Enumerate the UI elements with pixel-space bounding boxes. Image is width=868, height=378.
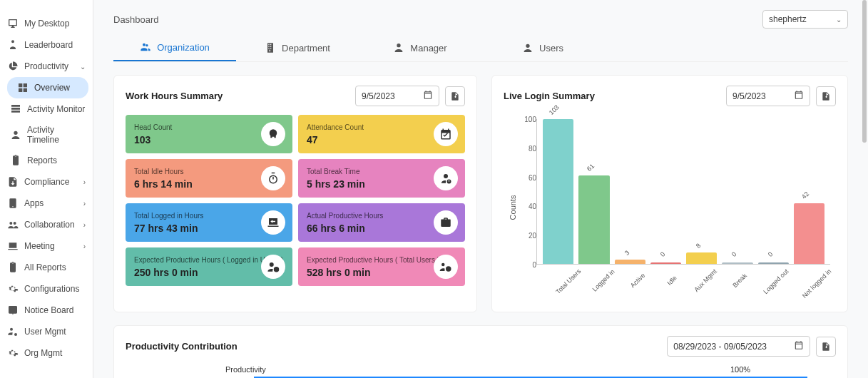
live-login-date-input[interactable]: 9/5/2023 <box>726 86 810 106</box>
tab-organization[interactable]: Organization <box>113 34 236 61</box>
user-clock-icon <box>261 255 285 279</box>
chart-ytick: 60 <box>529 173 536 181</box>
productivity-row-pct: 100% <box>730 365 750 374</box>
tab-label: Manager <box>410 43 446 53</box>
chart-bar-value: 42 <box>800 190 810 200</box>
page-title: Dashboard <box>113 14 159 25</box>
work-hours-panel: Work Hours Summary 9/5/2023 Head <box>113 75 477 312</box>
sidebar-item-reports[interactable]: Reports <box>0 150 93 171</box>
stat-card-total-break-time: Total Break Time5 hrs 23 min <box>298 159 465 198</box>
building-icon <box>265 42 276 53</box>
sidebar-item-apps[interactable]: Apps› <box>0 193 93 214</box>
person-icon <box>10 129 21 141</box>
chart-y-label: Counts <box>509 195 517 220</box>
work-hours-title: Work Hours Summary <box>126 91 223 101</box>
chart-bar-value: 61 <box>586 163 596 173</box>
chart-ytick: 40 <box>529 203 536 210</box>
sidebar-item-label: Configurations <box>24 284 79 294</box>
tab-users[interactable]: Users <box>481 34 604 61</box>
stat-card-expected-productive-hours-logged-in-users-: Expected Productive Hours ( Logged in Us… <box>126 247 292 286</box>
productivity-date-range-input[interactable]: 08/29/2023 - 09/05/2023 <box>667 336 810 357</box>
live-login-panel: Live Login Summary 9/5/2023 <box>491 75 848 312</box>
main-content: Dashboard shephertz ⌄ OrganizationDepart… <box>93 0 868 378</box>
users-clock-icon <box>434 255 458 279</box>
chevron-icon: › <box>83 242 86 250</box>
head-icon <box>261 122 285 146</box>
tab-department[interactable]: Department <box>236 34 359 61</box>
work-hours-date-input[interactable]: 9/5/2023 <box>355 86 439 106</box>
sidebar-item-collaboration[interactable]: Collaboration› <box>0 214 93 235</box>
sidebar-item-org-mgmt[interactable]: Org Mgmt <box>0 342 93 364</box>
org-selector[interactable]: shephertz ⌄ <box>762 10 848 29</box>
sidebar-item-label: My Desktop <box>24 19 69 29</box>
sidebar-item-my-desktop[interactable]: My Desktop <box>0 13 93 34</box>
chart-bar-value: 0 <box>730 250 738 258</box>
calendar-icon <box>794 340 804 352</box>
chart-bar-value: 0 <box>767 250 775 258</box>
sidebar-item-label: User Mgmt <box>24 327 66 337</box>
chart-ytick: 100 <box>524 116 536 123</box>
sidebar-item-overview[interactable]: Overview <box>7 77 88 98</box>
productivity-contribution-panel: Productivity Contribution 08/29/2023 - 0… <box>113 325 848 378</box>
sidebar-item-label: Org Mgmt <box>24 348 62 358</box>
sidebar-item-label: Productivity <box>24 61 68 71</box>
briefcase-icon <box>434 210 458 235</box>
chevron-icon: › <box>83 200 86 208</box>
tab-manager[interactable]: Manager <box>359 34 481 61</box>
sidebar-item-leaderboard[interactable]: Leaderboard <box>0 34 93 56</box>
stat-card-attendance-count: Attendance Count47 <box>298 115 465 153</box>
sidebar-item-meeting[interactable]: Meeting› <box>0 235 93 257</box>
chart-bar-value: 0 <box>659 250 667 258</box>
sidebar-item-label: All Reports <box>24 262 66 272</box>
org-selector-value: shephertz <box>769 14 807 24</box>
collab-icon <box>7 219 19 230</box>
chart-bar: 61 <box>578 119 609 264</box>
chart-bar-value: 8 <box>695 242 703 250</box>
gear-icon <box>7 283 19 295</box>
sidebar-item-label: Meeting <box>24 241 55 251</box>
sidebar-item-label: Reports <box>27 155 57 165</box>
sidebar-item-all-reports[interactable]: All Reports <box>0 257 93 278</box>
download-button[interactable] <box>816 86 836 106</box>
chart-bar: 0 <box>650 119 681 264</box>
sidebar-item-user-mgmt[interactable]: User Mgmt <box>0 321 93 342</box>
sidebar-item-configurations[interactable]: Configurations <box>0 278 93 300</box>
productivity-title: Productivity Contribution <box>126 341 238 352</box>
users-gear-icon <box>7 326 19 337</box>
stat-card-expected-productive-hours-total-users-: Expected Productive Hours ( Total Users … <box>298 247 465 286</box>
calendar-check-icon <box>434 122 458 146</box>
download-button[interactable] <box>445 86 465 106</box>
org-icon <box>140 41 151 53</box>
sidebar-item-label: Apps <box>24 198 44 208</box>
live-login-chart: Counts 020406080100 103613080042 Total U… <box>504 115 836 300</box>
sidebar: My DesktopLeaderboardProductivity⌄ Overv… <box>0 0 93 378</box>
monitor-icon <box>7 18 19 29</box>
chart-bar: 8 <box>686 119 717 264</box>
chart-bar-value: 3 <box>623 249 631 257</box>
activity-icon <box>10 103 21 115</box>
chart-ytick: 80 <box>529 144 536 152</box>
download-button[interactable] <box>816 337 836 357</box>
sidebar-item-label: Notice Board <box>24 305 73 315</box>
doc-arrow-icon <box>7 176 19 188</box>
board-icon <box>7 305 19 316</box>
stat-card-total-idle-hours: Total Idle Hours6 hrs 14 min <box>126 159 292 198</box>
sidebar-item-compliance[interactable]: Compliance› <box>0 171 93 193</box>
stat-card-head-count: Head Count103 <box>126 115 292 153</box>
tab-label: Users <box>539 43 563 53</box>
meeting-icon <box>7 240 19 252</box>
chart-ytick: 20 <box>529 232 536 240</box>
tab-bar: OrganizationDepartmentManagerUsers <box>113 34 848 62</box>
sidebar-item-activity-timeline[interactable]: Activity Timeline <box>0 120 93 150</box>
chevron-icon: › <box>83 221 86 229</box>
sidebar-item-label: Activity Monitor <box>27 104 85 114</box>
clipboard-icon <box>10 155 21 166</box>
chart-bar: 0 <box>758 119 789 264</box>
vertical-scrollbar[interactable] <box>862 0 867 378</box>
user-icon <box>522 42 533 53</box>
sidebar-item-notice-board[interactable]: Notice Board <box>0 300 93 321</box>
sidebar-item-activity-monitor[interactable]: Activity Monitor <box>0 98 93 120</box>
sidebar-item-productivity[interactable]: Productivity⌄ <box>0 56 93 77</box>
chart-xtick: Not logged in <box>798 265 850 317</box>
chart-bar: 42 <box>794 119 824 264</box>
